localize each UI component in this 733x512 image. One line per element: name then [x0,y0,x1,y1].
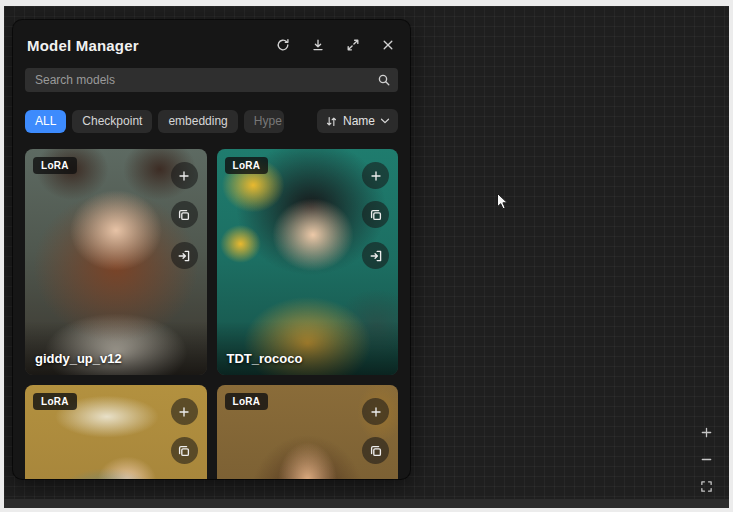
model-name: TDT_rococo [227,351,303,366]
card-shade [25,321,207,375]
filter-tab-hypernetwork[interactable]: Hype [244,110,284,133]
download-button[interactable] [306,33,330,57]
canvas-controls [696,422,716,496]
close-icon [381,38,395,52]
plus-icon [177,169,191,183]
model-manager-panel: Model Manager [13,20,410,479]
expand-button[interactable] [341,33,365,57]
chevron-down-icon [380,118,390,124]
copy-button[interactable] [362,201,389,228]
model-type-badge: LoRA [225,157,269,174]
model-type-badge: LoRA [33,157,77,174]
minus-icon [700,453,713,466]
plus-icon [369,169,383,183]
cursor-icon [496,192,510,212]
header-actions [271,33,400,57]
add-button[interactable] [171,398,198,425]
filter-tab-all[interactable]: ALL [25,110,66,133]
plus-icon [177,405,191,419]
model-name: giddy_up_v12 [35,351,122,366]
fit-view-icon [700,480,713,493]
model-card[interactable]: LoRA [217,385,399,479]
copy-button[interactable] [171,201,198,228]
model-type-badge: LoRA [225,393,269,410]
download-icon [311,38,325,52]
model-card[interactable]: LoRA TDT_rococo [217,149,399,375]
model-card[interactable]: LoRA giddy_up_v12 [25,149,207,375]
add-button[interactable] [171,162,198,189]
mouse-cursor [496,192,510,216]
filter-tab-embedding[interactable]: embedding [158,110,237,133]
model-grid: LoRA giddy_up_v12 [25,149,398,479]
refresh-button[interactable] [271,33,295,57]
plus-icon [700,426,713,439]
filter-tab-checkpoint[interactable]: Checkpoint [72,110,152,133]
search-bar [25,68,398,92]
copy-icon [369,444,383,458]
load-workflow-button[interactable] [171,242,198,269]
copy-button[interactable] [362,437,389,464]
plus-icon [369,405,383,419]
import-icon [369,249,383,263]
panel-header: Model Manager [13,20,410,65]
zoom-in-button[interactable] [696,422,716,442]
search-icon [377,73,391,91]
import-icon [177,249,191,263]
add-button[interactable] [362,162,389,189]
search-input[interactable] [25,68,398,92]
add-button[interactable] [362,398,389,425]
sort-label: Name [343,114,375,128]
bottom-strip [4,499,729,508]
copy-icon [177,444,191,458]
sort-dropdown[interactable]: Name [317,109,398,133]
model-type-badge: LoRA [33,393,77,410]
fit-view-button[interactable] [696,476,716,496]
load-workflow-button[interactable] [362,242,389,269]
model-card[interactable]: LoRA [25,385,207,479]
expand-icon [346,38,360,52]
copy-icon [369,208,383,222]
screenshot-frame: Model Manager [0,0,733,512]
copy-button[interactable] [171,437,198,464]
filter-tabs: ALL Checkpoint embedding Hype Name [25,109,398,133]
card-shade [217,321,399,375]
node-editor-canvas[interactable]: Model Manager [4,6,729,508]
page-title: Model Manager [27,37,139,54]
sort-icon [325,115,338,128]
refresh-icon [276,38,290,52]
zoom-out-button[interactable] [696,449,716,469]
copy-icon [177,208,191,222]
close-button[interactable] [376,33,400,57]
